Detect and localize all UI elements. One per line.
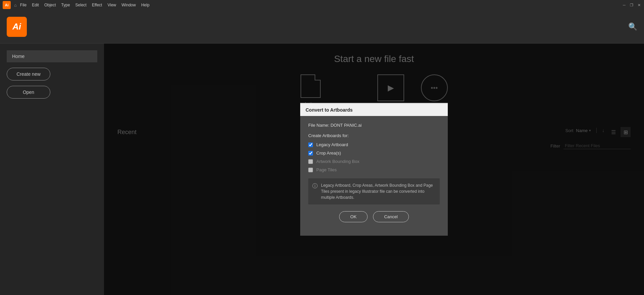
modal-info: ⓘ Legacy Artboard, Crop Areas, Artwork B… xyxy=(308,178,440,204)
menu-type[interactable]: Type xyxy=(61,3,70,7)
checkbox-legacy: Legacy Artboard xyxy=(308,142,440,147)
convert-artboards-modal: Convert to Artboards File Name: DONT PAN… xyxy=(300,103,448,236)
search-icon[interactable]: 🔍 xyxy=(628,22,637,31)
content-area: Start a new file fast Letter 612 x 792 p… xyxy=(104,44,644,295)
app-header: Ai 🔍 xyxy=(0,10,644,44)
checkbox-pagetiles: Page Tiles xyxy=(308,167,440,172)
minimize-button[interactable]: ─ xyxy=(622,3,627,7)
modal-overlay: Convert to Artboards File Name: DONT PAN… xyxy=(104,44,644,295)
titlebar: Ai ⌂ File Edit Object Type Select Effect… xyxy=(0,0,644,10)
restore-button[interactable]: ❐ xyxy=(629,3,634,7)
ok-button[interactable]: OK xyxy=(339,211,368,222)
info-icon: ⓘ xyxy=(312,183,318,200)
checkbox-artwork-input[interactable] xyxy=(308,159,313,164)
sidebar: Home Create new Open xyxy=(0,44,104,295)
checkbox-artwork-label: Artwork Bounding Box xyxy=(316,159,360,164)
checkbox-pagetiles-label: Page Tiles xyxy=(316,167,337,172)
info-text: Legacy Artboard, Crop Areas, Artwork Bou… xyxy=(321,182,436,200)
modal-body: File Name: DONT PANIC.ai Create Artboard… xyxy=(300,116,448,236)
checkbox-artwork: Artwork Bounding Box xyxy=(308,159,440,164)
menu-bar: File Edit Object Type Select Effect View… xyxy=(20,3,150,7)
home-button[interactable]: Home xyxy=(7,50,97,62)
modal-section-label: Create Artboards for: xyxy=(308,133,440,138)
create-new-button[interactable]: Create new xyxy=(7,68,50,80)
menu-select[interactable]: Select xyxy=(75,3,87,7)
close-button[interactable]: ✕ xyxy=(637,3,641,7)
checkbox-crop-input[interactable] xyxy=(308,151,313,156)
menu-window[interactable]: Window xyxy=(121,3,136,7)
window-controls: ─ ❐ ✕ xyxy=(622,3,641,7)
main-area: Home Create new Open Start a new file fa… xyxy=(0,44,644,295)
titlebar-left: Ai ⌂ File Edit Object Type Select Effect… xyxy=(3,1,150,9)
app-logo-large: Ai xyxy=(7,17,27,37)
menu-object[interactable]: Object xyxy=(44,3,56,7)
menu-effect[interactable]: Effect xyxy=(92,3,102,7)
checkbox-pagetiles-input[interactable] xyxy=(308,168,313,172)
modal-actions: OK Cancel xyxy=(308,211,440,229)
modal-title: Convert to Artboards xyxy=(300,104,448,116)
checkbox-crop-label[interactable]: Crop Area(s) xyxy=(316,151,341,156)
app-logo-small: Ai xyxy=(3,1,11,9)
cancel-button[interactable]: Cancel xyxy=(373,211,409,222)
modal-filename: File Name: DONT PANIC.ai xyxy=(308,123,440,128)
checkbox-legacy-input[interactable] xyxy=(308,142,313,147)
checkbox-legacy-label[interactable]: Legacy Artboard xyxy=(316,142,348,147)
home-icon[interactable]: ⌂ xyxy=(14,3,17,8)
menu-help[interactable]: Help xyxy=(141,3,150,7)
menu-view[interactable]: View xyxy=(107,3,116,7)
menu-edit[interactable]: Edit xyxy=(32,3,39,7)
open-button[interactable]: Open xyxy=(7,86,50,99)
menu-file[interactable]: File xyxy=(20,3,26,7)
checkbox-crop: Crop Area(s) xyxy=(308,151,440,156)
